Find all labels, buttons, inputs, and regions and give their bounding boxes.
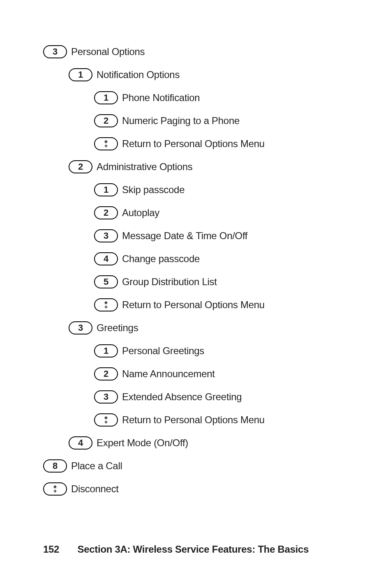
section-title: Section 3A: Wireless Service Features: T… xyxy=(78,544,309,555)
page-footer: 152 Section 3A: Wireless Service Feature… xyxy=(43,544,309,555)
menu-row: 2Name Announcement xyxy=(43,367,355,380)
menu-label: Personal Options xyxy=(71,46,145,57)
menu-label: Group Distribution List xyxy=(122,277,217,287)
menu-row: 4Expert Mode (On/Off) xyxy=(43,436,355,450)
key-1-icon: 1 xyxy=(69,68,92,81)
menu-row: 2Autoplay xyxy=(43,206,355,219)
key-3-icon: 3 xyxy=(43,45,67,58)
menu-row: 1Skip passcode xyxy=(43,183,355,196)
menu-row: 5Group Distribution List xyxy=(43,275,355,288)
menu-label: Disconnect xyxy=(71,484,119,494)
menu-row: 1Notification Options xyxy=(43,68,355,81)
key-2-icon: 2 xyxy=(94,206,118,219)
menu-row: 3Personal Options xyxy=(43,45,355,58)
key-3-icon: 3 xyxy=(94,229,118,242)
menu-label: Change passcode xyxy=(122,254,200,264)
menu-tree: 3Personal Options1Notification Options1P… xyxy=(43,45,355,496)
key-2-icon: 2 xyxy=(94,114,118,127)
menu-row: 3Greetings xyxy=(43,321,355,334)
page-number: 152 xyxy=(43,544,59,555)
menu-row: *+Return to Personal Options Menu xyxy=(43,298,355,311)
menu-row: *+Return to Personal Options Menu xyxy=(43,413,355,427)
menu-row: 4Change passcode xyxy=(43,252,355,265)
menu-label: Greetings xyxy=(97,323,138,333)
menu-label: Numeric Paging to a Phone xyxy=(122,115,240,126)
menu-row: 8Place a Call xyxy=(43,459,355,473)
menu-label: Return to Personal Options Menu xyxy=(122,138,265,149)
key-3-icon: 3 xyxy=(94,390,118,404)
menu-label: Skip passcode xyxy=(122,184,184,195)
key-1-icon: 1 xyxy=(94,183,118,196)
key-2-icon: 2 xyxy=(69,160,92,173)
menu-row: 3Message Date & Time On/Off xyxy=(43,229,355,242)
menu-label: Place a Call xyxy=(71,461,122,471)
key-star-icon: *+ xyxy=(94,298,118,311)
menu-label: Autoplay xyxy=(122,208,159,218)
menu-label: Return to Personal Options Menu xyxy=(122,415,265,425)
key-5-icon: 5 xyxy=(94,275,118,288)
menu-row: *+Disconnect xyxy=(43,482,355,496)
menu-label: Name Announcement xyxy=(122,369,215,379)
key-star-icon: *+ xyxy=(94,137,118,150)
menu-row: 1Phone Notification xyxy=(43,91,355,104)
key-4-icon: 4 xyxy=(94,252,118,265)
menu-label: Personal Greetings xyxy=(122,346,204,356)
key-8-icon: 8 xyxy=(43,459,67,473)
menu-label: Administrative Options xyxy=(97,161,193,172)
menu-label: Notification Options xyxy=(97,69,180,80)
menu-label: Phone Notification xyxy=(122,92,200,103)
menu-label: Extended Absence Greeting xyxy=(122,392,242,402)
menu-row: 2Numeric Paging to a Phone xyxy=(43,114,355,127)
menu-label: Message Date & Time On/Off xyxy=(122,231,247,241)
key-star-icon: *+ xyxy=(43,482,67,496)
menu-row: 3Extended Absence Greeting xyxy=(43,390,355,404)
key-1-icon: 1 xyxy=(94,91,118,104)
menu-row: 2Administrative Options xyxy=(43,160,355,173)
key-4-icon: 4 xyxy=(69,436,92,450)
menu-label: Expert Mode (On/Off) xyxy=(97,438,188,448)
menu-row: *+Return to Personal Options Menu xyxy=(43,137,355,150)
key-3-icon: 3 xyxy=(69,321,92,334)
menu-label: Return to Personal Options Menu xyxy=(122,300,265,310)
key-star-icon: *+ xyxy=(94,413,118,427)
key-1-icon: 1 xyxy=(94,344,118,357)
menu-row: 1Personal Greetings xyxy=(43,344,355,357)
key-2-icon: 2 xyxy=(94,367,118,380)
